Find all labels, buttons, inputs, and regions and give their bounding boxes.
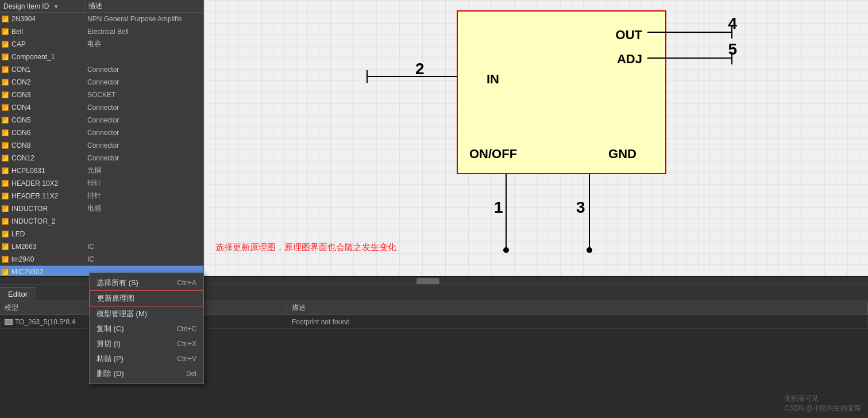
list-item[interactable]: CON5Connector	[0, 114, 203, 126]
menu-item[interactable]: 更新原理图	[90, 290, 203, 306]
pin-out-label: OUT	[616, 28, 642, 43]
annotation-text: 选择更新原理图，原理图界面也会随之发生变化	[215, 242, 396, 253]
context-menu: 选择所有 (S)Ctrl+A更新原理图模型管理器 (M)复制 (C)Ctrl+C…	[89, 273, 204, 384]
watermark: 无积液可见 CSDN @小阳先生的宝库	[784, 394, 861, 413]
pin4-terminator	[731, 26, 732, 39]
list-item[interactable]: Component_1	[0, 51, 203, 63]
list-item[interactable]: CON12Connector	[0, 152, 203, 164]
pin4-number: 4	[728, 14, 737, 33]
schematic-component-box: IN OUT ADJ ON/OFF GND	[457, 10, 666, 174]
menu-item[interactable]: 剪切 (I)Ctrl+X	[90, 336, 203, 351]
list-item[interactable]: CON8Connector	[0, 139, 203, 152]
pin4-line	[647, 32, 732, 33]
col-description: 描述	[287, 302, 868, 314]
pin5-number: 5	[728, 40, 737, 59]
pin-adj-label: ADJ	[617, 52, 642, 67]
menu-item[interactable]: 删除 (D)Del	[90, 366, 203, 381]
list-item[interactable]: BellElectrical Bell	[0, 25, 203, 38]
pin5-line	[647, 57, 732, 59]
pin-in-label: IN	[487, 72, 499, 87]
col-header-desc: 描述	[85, 0, 106, 12]
menu-item[interactable]: 模型管理器 (M)	[90, 306, 203, 321]
list-item[interactable]: HEADER 10X2排针	[0, 177, 203, 190]
menu-item[interactable]: 选择所有 (S)Ctrl+A	[90, 275, 203, 290]
watermark-line2: CSDN @小阳先生的宝库	[784, 404, 861, 413]
watermark-line1: 无积液可见	[784, 394, 861, 404]
list-item[interactable]: CON6Connector	[0, 126, 203, 139]
col-id-label: Design Item ID	[3, 2, 49, 10]
menu-item[interactable]: 粘贴 (P)Ctrl+V	[90, 351, 203, 366]
tab-editor[interactable]: Editor	[0, 287, 36, 301]
component-list[interactable]: 2N3904NPN General Purpose AmplifieBellEl…	[0, 13, 203, 276]
pin3-number: 3	[576, 198, 585, 217]
list-item[interactable]: CON1Connector	[0, 63, 203, 76]
pin2-terminator	[367, 70, 368, 83]
pin2-line	[367, 76, 457, 77]
list-item[interactable]: HCPL0631光耦	[0, 164, 203, 177]
schematic-canvas[interactable]: IN OUT ADJ ON/OFF GND 2 4 5 1 3 选择更新原理图，…	[204, 0, 868, 276]
list-item[interactable]: CON2Connector	[0, 76, 203, 89]
pin2-number: 2	[415, 60, 425, 78]
list-item[interactable]: INDUCTOR_2	[0, 215, 203, 228]
pin3-arrow	[587, 247, 592, 253]
list-item[interactable]: CON4Connector	[0, 101, 203, 114]
pin1-number: 1	[494, 198, 503, 217]
table-header: Design Item ID ▼ 描述	[0, 0, 203, 13]
list-item[interactable]: lm2940IC	[0, 253, 203, 266]
list-item[interactable]: CON3SOCKET	[0, 89, 203, 101]
col-desc-label: 描述	[88, 2, 102, 10]
list-item[interactable]: CAP电容	[0, 38, 203, 51]
list-item[interactable]: HEADER 11X2排针	[0, 190, 203, 202]
pin-gnd-label: GND	[608, 147, 636, 162]
list-item[interactable]: LED	[0, 228, 203, 240]
sort-arrow-icon: ▼	[53, 3, 59, 10]
pin-onoff-label: ON/OFF	[469, 147, 517, 162]
pin1-line	[506, 174, 507, 249]
menu-item[interactable]: 复制 (C)Ctrl+C	[90, 321, 203, 336]
col-header-id[interactable]: Design Item ID ▼	[0, 1, 85, 11]
pin5-terminator	[731, 52, 732, 64]
list-item[interactable]: INDUCTOR电感	[0, 202, 203, 215]
scrollbar-thumb[interactable]	[416, 278, 439, 284]
pin3-line	[589, 174, 590, 249]
component-library-panel: Design Item ID ▼ 描述 2N3904NPN General Pu…	[0, 0, 204, 276]
pin1-arrow	[503, 247, 509, 253]
list-item[interactable]: 2N3904NPN General Purpose Amplifie	[0, 13, 203, 25]
list-item[interactable]: LM2663IC	[0, 240, 203, 253]
